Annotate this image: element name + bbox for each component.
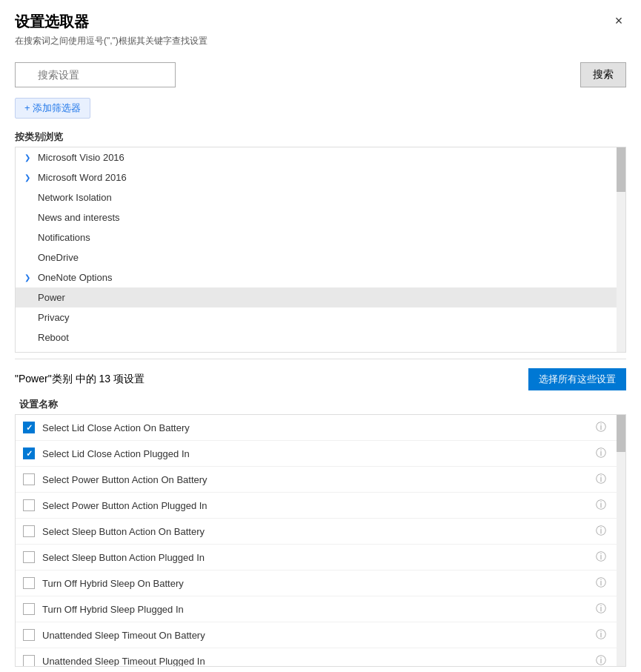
category-label: Notifications [38,232,90,243]
info-icon[interactable]: ⓘ [596,576,606,590]
setting-item-sleep-battery: Select Sleep Button Action On Battery ⓘ [16,519,617,545]
search-wrapper: 🔍 [15,62,574,87]
chevron-icon: ❯ [24,173,35,182]
chevron-icon: ❯ [24,273,35,282]
setting-checkbox-lid-battery[interactable] [23,422,35,433]
category-item-notifications[interactable]: ❯ Notifications [16,227,617,247]
setting-checkbox-hybrid-plugged[interactable] [23,603,35,615]
add-filter-button[interactable]: + 添加筛选器 [15,98,90,119]
setting-checkbox-unattended-battery[interactable] [23,629,35,641]
setting-item-hybrid-battery: Turn Off Hybrid Sleep On Battery ⓘ [16,570,617,596]
search-button[interactable]: 搜索 [580,62,626,87]
setting-label-unattended-plugged: Unattended Sleep Timeout Plugged In [42,656,596,667]
category-label: Reboot [38,332,69,343]
browse-label: 按类别浏览 [0,126,641,147]
settings-section: "Power"类别 中的 13 项设置 选择所有这些设置 设置名称 Select… [0,359,641,667]
setting-label-hybrid-plugged: Turn Off Hybrid Sleep Plugged In [42,604,596,615]
search-input[interactable] [15,62,176,87]
category-label: Microsoft Visio 2016 [38,152,124,163]
filter-row: + 添加筛选器 [0,95,641,126]
watermark: @51CTOblog [0,667,641,672]
category-item-news[interactable]: ❯ News and interests [16,207,617,227]
dialog-header: 设置选取器 在搜索词之间使用逗号(",")根据其关键字查找设置 × [0,0,641,55]
setting-label-power-battery: Select Power Button Action On Battery [42,474,596,485]
category-list[interactable]: ❯ Microsoft Visio 2016 ❯ Microsoft Word … [16,147,625,353]
category-label: News and interests [38,212,120,223]
select-all-button[interactable]: 选择所有这些设置 [528,368,626,390]
settings-col-header: 设置名称 [15,395,626,415]
info-icon[interactable]: ⓘ [596,473,606,486]
settings-list: Select Lid Close Action On Battery ⓘ Sel… [16,415,625,667]
info-icon[interactable]: ⓘ [596,654,606,667]
category-item-power[interactable]: ❯ Power [16,287,617,307]
category-label: OneNote Options [38,272,112,283]
category-item-onenote[interactable]: ❯ OneNote Options [16,267,617,287]
settings-count-label: "Power"类别 中的 13 项设置 [15,373,145,386]
setting-item-lid-battery: Select Lid Close Action On Battery ⓘ [16,415,617,441]
dialog-title: 设置选取器 [15,12,626,32]
setting-checkbox-lid-plugged[interactable] [23,448,35,459]
category-item-word[interactable]: ❯ Microsoft Word 2016 [16,167,617,187]
category-item-network[interactable]: ❯ Network Isolation [16,187,617,207]
category-item-onedrive[interactable]: ❯ OneDrive [16,247,617,267]
info-icon[interactable]: ⓘ [596,628,606,642]
setting-item-lid-plugged: Select Lid Close Action Plugged In ⓘ [16,441,617,467]
setting-item-power-plugged: Select Power Button Action Plugged In ⓘ [16,493,617,519]
setting-label-sleep-battery: Select Sleep Button Action On Battery [42,526,596,537]
settings-list-container: Select Lid Close Action On Battery ⓘ Sel… [15,415,626,667]
dialog-subtitle: 在搜索词之间使用逗号(",")根据其关键字查找设置 [15,35,626,47]
setting-label-power-plugged: Select Power Button Action Plugged In [42,500,596,511]
category-label: Privacy [38,312,70,323]
setting-item-power-battery: Select Power Button Action On Battery ⓘ [16,467,617,493]
setting-label-hybrid-battery: Turn Off Hybrid Sleep On Battery [42,578,596,589]
chevron-icon: ❯ [24,153,35,162]
info-icon[interactable]: ⓘ [596,550,606,564]
info-icon[interactable]: ⓘ [596,499,606,512]
setting-label-lid-battery: Select Lid Close Action On Battery [42,422,596,433]
setting-item-hybrid-plugged: Turn Off Hybrid Sleep Plugged In ⓘ [16,596,617,622]
setting-label-lid-plugged: Select Lid Close Action Plugged In [42,448,596,459]
setting-checkbox-sleep-plugged[interactable] [23,551,35,563]
search-row: 🔍 搜索 [0,55,641,95]
setting-label-unattended-battery: Unattended Sleep Timeout On Battery [42,630,596,641]
setting-checkbox-power-plugged[interactable] [23,499,35,511]
setting-checkbox-unattended-plugged[interactable] [23,655,35,667]
settings-picker-dialog: 设置选取器 在搜索词之间使用逗号(",")根据其关键字查找设置 × 🔍 搜索 +… [0,0,641,672]
category-label: Power [38,292,65,303]
info-icon[interactable]: ⓘ [596,421,606,434]
info-icon[interactable]: ⓘ [596,525,606,538]
settings-header-row: "Power"类别 中的 13 项设置 选择所有这些设置 [15,368,626,390]
close-button[interactable]: × [607,9,631,33]
category-item-reboot[interactable]: ❯ Reboot [16,327,617,347]
category-label: Microsoft Word 2016 [38,172,127,183]
setting-label-sleep-plugged: Select Sleep Button Action Plugged In [42,552,596,563]
setting-item-unattended-plugged: Unattended Sleep Timeout Plugged In ⓘ [16,648,617,667]
setting-item-unattended-battery: Unattended Sleep Timeout On Battery ⓘ [16,622,617,648]
setting-item-sleep-plugged: Select Sleep Button Action Plugged In ⓘ [16,545,617,570]
category-label: Search [38,352,68,353]
setting-checkbox-hybrid-battery[interactable] [23,577,35,589]
setting-checkbox-sleep-battery[interactable] [23,525,35,537]
setting-checkbox-power-battery[interactable] [23,473,35,485]
category-item-visio[interactable]: ❯ Microsoft Visio 2016 [16,147,617,167]
category-item-privacy[interactable]: ❯ Privacy [16,307,617,327]
category-item-search[interactable]: ❯ Search [16,347,617,353]
info-icon[interactable]: ⓘ [596,447,606,460]
info-icon[interactable]: ⓘ [596,602,606,616]
category-list-container: ❯ Microsoft Visio 2016 ❯ Microsoft Word … [15,147,626,353]
category-label: OneDrive [38,252,79,263]
category-label: Network Isolation [38,192,112,203]
